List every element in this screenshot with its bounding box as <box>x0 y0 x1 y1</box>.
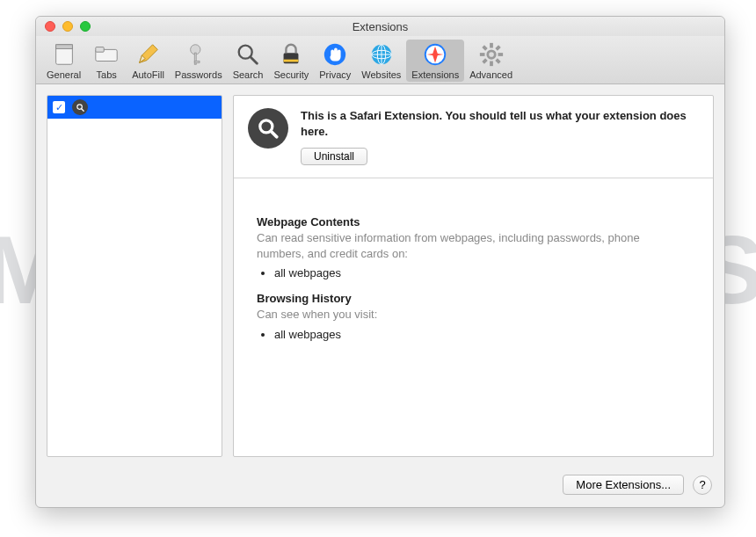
extension-description: This is a Safari Extension. You should t… <box>301 108 699 139</box>
tab-label: Extensions <box>411 69 459 80</box>
tab-extensions[interactable]: Extensions <box>406 40 464 82</box>
globe-icon <box>368 41 395 68</box>
svg-rect-11 <box>284 53 299 63</box>
more-extensions-button[interactable]: More Extensions... <box>563 475 684 495</box>
extension-large-icon <box>248 108 288 149</box>
footer: More Extensions... ? <box>36 468 724 507</box>
extension-magnifier-icon <box>72 99 88 115</box>
help-button[interactable]: ? <box>693 475 712 495</box>
hand-icon <box>322 41 348 68</box>
tab-label: Websites <box>361 69 401 80</box>
preferences-toolbar: General Tabs AutoFill Passwords Search <box>36 36 724 84</box>
sidebar-extension-item[interactable]: ✓ <box>47 96 222 119</box>
content-area: ✓ This is a Safari Extension. You should… <box>36 84 724 468</box>
tab-passwords[interactable]: Passwords <box>170 40 228 82</box>
svg-line-27 <box>483 47 486 50</box>
permission-list: all webpages <box>274 328 690 341</box>
extension-enabled-checkbox[interactable]: ✓ <box>53 101 65 113</box>
lock-icon <box>278 41 304 68</box>
svg-rect-12 <box>284 60 299 62</box>
svg-rect-3 <box>96 47 104 53</box>
titlebar: Extensions <box>36 17 724 36</box>
svg-line-29 <box>483 60 486 63</box>
tab-autofill[interactable]: AutoFill <box>127 40 170 82</box>
uninstall-button[interactable]: Uninstall <box>301 148 367 165</box>
tab-label: Privacy <box>319 69 351 80</box>
svg-line-10 <box>251 57 258 64</box>
svg-line-35 <box>271 131 277 137</box>
permission-subtitle: Can see when you visit: <box>257 307 690 323</box>
tab-label: Passwords <box>175 69 222 80</box>
search-icon <box>235 41 261 68</box>
permission-list: all webpages <box>274 266 690 279</box>
permission-item: all webpages <box>274 266 690 279</box>
tab-label: AutoFill <box>132 69 164 80</box>
permission-subtitle: Can read sensitive information from webp… <box>257 230 690 261</box>
tab-tabs[interactable]: Tabs <box>86 40 127 82</box>
svg-point-31 <box>489 52 494 57</box>
permission-title: Browsing History <box>257 292 690 305</box>
gear-icon <box>478 41 505 68</box>
tab-websites[interactable]: Websites <box>356 40 406 82</box>
tab-advanced[interactable]: Advanced <box>464 40 518 82</box>
svg-rect-1 <box>55 45 72 49</box>
key-icon <box>185 41 212 68</box>
extension-header: This is a Safari Extension. You should t… <box>234 96 713 178</box>
tab-label: Search <box>233 69 264 80</box>
compass-icon <box>422 41 448 68</box>
svg-line-28 <box>496 60 499 63</box>
window-title: Extensions <box>36 20 724 33</box>
tab-label: Advanced <box>469 69 512 80</box>
tab-privacy[interactable]: Privacy <box>314 40 356 82</box>
tab-general[interactable]: General <box>41 40 86 82</box>
permission-item: all webpages <box>274 328 690 341</box>
general-icon <box>51 41 77 68</box>
tabs-icon <box>93 41 120 68</box>
svg-line-33 <box>81 108 84 111</box>
extension-header-text: This is a Safari Extension. You should t… <box>301 108 699 165</box>
tab-search[interactable]: Search <box>228 40 269 82</box>
tab-label: Security <box>273 69 309 80</box>
svg-rect-8 <box>194 62 200 63</box>
pencil-icon <box>134 41 161 68</box>
extension-permissions: Webpage Contents Can read sensitive info… <box>234 178 713 362</box>
tab-label: General <box>47 69 81 80</box>
tab-security[interactable]: Security <box>268 40 314 82</box>
extensions-sidebar: ✓ <box>47 95 222 457</box>
preferences-window: Extensions General Tabs AutoFill Passwor… <box>35 16 725 508</box>
svg-line-30 <box>496 47 499 50</box>
tab-label: Tabs <box>97 69 117 80</box>
permission-title: Webpage Contents <box>257 215 690 229</box>
extension-detail-pane: This is a Safari Extension. You should t… <box>233 95 714 457</box>
